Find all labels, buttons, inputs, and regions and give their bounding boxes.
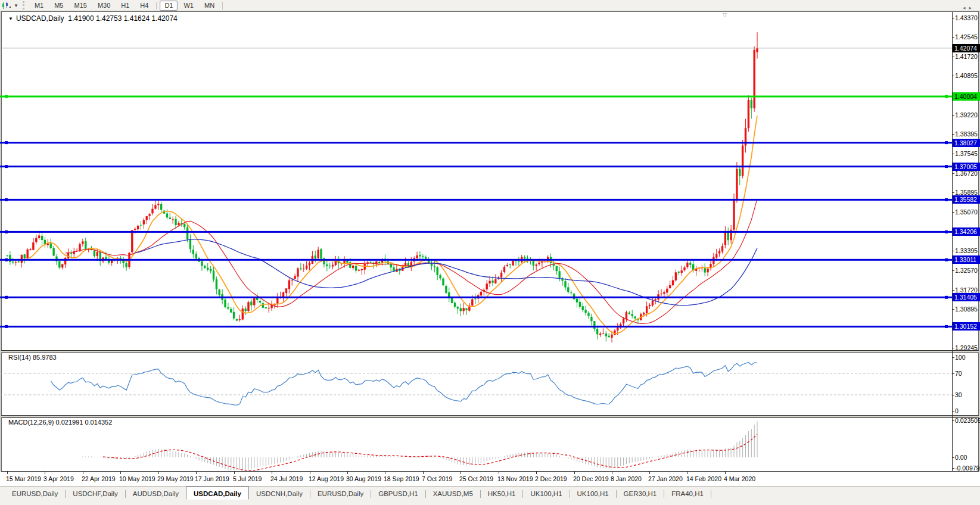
hline-handle[interactable] [945,258,948,261]
chart-tab-eurusd-daily[interactable]: EURUSD,Daily [5,488,65,499]
hline-price-badge: 1.33011 [953,255,980,264]
hline-handle[interactable] [5,141,8,144]
hline-price-badge: 1.30152 [953,322,980,331]
horizontal-line[interactable] [0,199,952,201]
toolbar-grip[interactable] [23,1,27,10]
price-tick-label: 1.42545 [955,33,978,40]
timeframe-toolbar: ▼ M1M5M15M30H1H4D1W1MN [0,0,980,11]
chart-shift-marker[interactable]: ▽ [723,12,727,18]
hline-handle[interactable] [945,198,948,201]
timeframe-button-m15[interactable]: M15 [69,1,91,11]
hline-handle[interactable] [5,198,8,201]
chart-tab-xauusd-m5[interactable]: XAUUSD,M5 [426,488,480,499]
price-axis-tick [952,309,954,310]
macd-pane-canvas[interactable] [0,417,952,471]
main-chart-canvas[interactable] [0,12,952,350]
chart-tab-ger30-h1[interactable]: GER30,H1 [617,488,664,499]
horizontal-line[interactable] [0,297,952,298]
hline-handle[interactable] [5,165,8,168]
chart-style-icon[interactable] [2,2,11,10]
date-label: 10 May 2019 [119,475,155,482]
rsi-label: RSI(14) 85.9783 [8,354,57,361]
chart-tab-gbpusd-h1[interactable]: GBPUSD,H1 [371,488,425,499]
price-axis-tick [952,76,954,76]
tab-scroll-left-icon[interactable]: ◂ [963,5,969,11]
date-label: 15 Mar 2019 [6,475,41,482]
chart-tab-usdcad-daily[interactable]: USDCAD,Daily [186,487,249,500]
macd-axis-tick [952,468,954,469]
chart-tab-uk100-h1[interactable]: UK100,H1 [570,488,616,499]
timeframe-button-m1[interactable]: M1 [30,1,48,11]
horizontal-line[interactable] [0,231,952,233]
horizontal-line[interactable] [0,166,952,167]
hline-price-badge: 1.31405 [953,293,980,301]
macd-axis-tick [952,420,954,421]
tab-separator [711,490,711,498]
application-window: ▼ M1M5M15M30H1H4D1W1MN ▼USDCAD,Daily 1.4… [0,0,980,505]
timeframe-button-h1[interactable]: H1 [116,1,134,11]
time-axis-tick [536,472,537,474]
price-axis-tick [952,348,954,348]
price-axis-tick [952,18,954,18]
rsi-pane-canvas[interactable] [0,353,952,415]
date-label: 12 Aug 2019 [309,475,344,482]
timeframe-button-d1[interactable]: D1 [160,1,178,11]
hline-handle[interactable] [5,296,8,299]
chart-tab-usdchf-daily[interactable]: USDCHF,Daily [66,488,125,499]
price-tick-label: 1.29245 [955,344,978,351]
timeframe-button-h4[interactable]: H4 [135,1,153,11]
price-tick-label: 1.35070 [955,208,978,216]
date-label: 13 Nov 2019 [497,475,533,482]
time-axis-tick [612,472,612,474]
horizontal-line[interactable] [0,326,952,328]
horizontal-line[interactable] [0,259,952,261]
time-axis[interactable]: 15 Mar 20193 Apr 201922 Apr 201910 May 2… [0,472,980,486]
macd-scale-label: -0.009795 [955,465,980,472]
chart-tab-usdcnh-daily[interactable]: USDCNH,Daily [249,488,310,499]
chart-style-dropdown-icon[interactable]: ▼ [11,3,21,8]
hline-handle[interactable] [945,296,948,299]
horizontal-line[interactable] [0,142,952,144]
current-price-badge: 1.42074 [953,44,980,52]
timeframe-button-mn[interactable]: MN [200,1,219,11]
tab-scroll-right-icon[interactable]: ▸ [969,5,975,11]
price-axis-tick [952,154,954,154]
price-axis-tick [952,173,954,174]
chart-tab-audusd-daily[interactable]: AUDUSD,Daily [126,488,186,499]
toolbar-separator [156,2,157,10]
hline-handle[interactable] [5,95,8,98]
tab-scroll-arrows[interactable]: ◂▸ [963,5,975,11]
horizontal-line[interactable] [0,96,952,98]
date-label: 20 Dec 2019 [573,475,609,482]
date-label: 27 Jan 2020 [648,475,683,482]
hline-handle[interactable] [5,230,8,233]
time-axis-tick [120,472,121,474]
hline-handle[interactable] [945,230,948,233]
macd-axis-tick [952,457,954,458]
time-axis-tick [272,472,272,474]
timeframe-button-m30[interactable]: M30 [93,1,115,11]
hline-handle[interactable] [5,325,8,328]
rsi-axis-tick [952,373,954,374]
time-axis-tick [347,472,348,474]
price-axis-tick [952,270,954,271]
hline-handle[interactable] [945,141,948,144]
hline-handle[interactable] [945,325,948,328]
chart-tab-uk100-h1[interactable]: UK100,H1 [523,488,569,499]
hline-handle[interactable] [5,258,8,261]
chart-tab-fra40-h1[interactable]: FRA40,H1 [664,488,711,499]
chart-tab-eurusd-daily[interactable]: EURUSD,Daily [310,488,371,499]
hline-handle[interactable] [945,165,948,168]
chart-tab-hk50-h1[interactable]: HK50,H1 [481,488,523,499]
hline-price-badge: 1.34206 [953,227,980,236]
price-axis-tick [952,212,954,213]
timeframe-button-w1[interactable]: W1 [179,1,198,11]
date-label: 30 Aug 2019 [346,475,381,482]
hline-handle[interactable] [945,95,948,98]
date-label: 8 Jan 2020 [611,475,642,482]
price-tick-label: 1.37545 [955,150,978,157]
collapse-triangle-icon[interactable]: ▼ [8,16,13,21]
macd-scale-label: 0.00 [955,454,967,461]
timeframe-button-m5[interactable]: M5 [49,1,68,11]
date-label: 18 Sep 2019 [384,475,419,482]
